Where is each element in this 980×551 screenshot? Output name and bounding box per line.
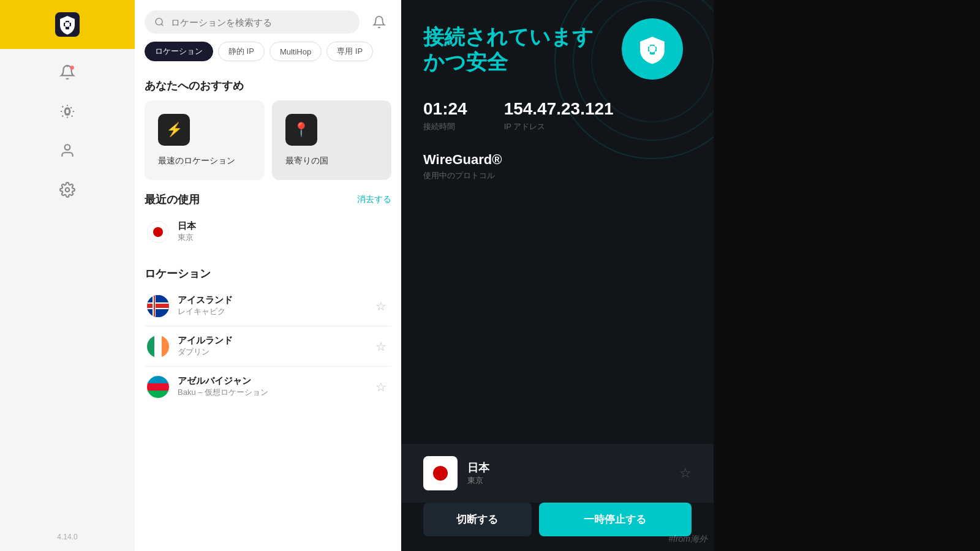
vpn-protocol: WireGuard® 使用中のプロトコル: [423, 152, 692, 181]
nearest-icon: 📍: [285, 114, 317, 146]
tab-dedicated-ip[interactable]: 専用 IP: [326, 42, 373, 61]
location-list: アイスランド レイキャビク ☆ アイルランド ダブリン ☆: [145, 288, 391, 404]
sidebar-nav: [0, 49, 135, 533]
vpn-status-title: 接続されています かつ安全: [423, 24, 595, 75]
search-icon: [154, 17, 165, 28]
recent-list: 日本 東京: [145, 214, 391, 249]
quick-cards: ⚡ 最速のロケーション 📍 最寄りの国: [145, 100, 391, 180]
location-name: アイスランド: [178, 294, 364, 306]
location-city: 東京: [178, 232, 389, 243]
list-item[interactable]: アイルランド ダブリン ☆: [145, 329, 391, 364]
sidebar-item-account[interactable]: [49, 132, 86, 169]
location-city: レイキャビク: [178, 306, 364, 317]
quick-card-fastest[interactable]: ⚡ 最速のロケーション: [145, 100, 265, 180]
vpn-panel: 接続されています かつ安全 01:24 接続時間 154.47.23.121 I…: [401, 0, 714, 551]
divider: [145, 326, 391, 326]
vpn-bottom-bar: 日本 東京 ☆: [401, 444, 714, 503]
list-item[interactable]: 日本 東京: [145, 214, 391, 249]
sidebar-item-alerts[interactable]: [49, 54, 86, 91]
locations-heading: ロケーション: [145, 266, 391, 281]
vpn-status-line2: かつ安全: [423, 50, 508, 73]
tab-locations[interactable]: ロケーション: [145, 42, 213, 61]
favorite-button[interactable]: ☆: [373, 296, 389, 316]
recent-header: 最近の使用 消去する: [145, 192, 391, 207]
location-info: アイルランド ダブリン: [178, 335, 364, 358]
search-wrapper[interactable]: [145, 10, 360, 34]
recent-heading: 最近の使用: [145, 192, 200, 207]
vpn-stats: 01:24 接続時間 154.47.23.121 IP アドレス: [423, 99, 692, 132]
connected-flag: [423, 456, 458, 490]
main-panel: ロケーション 静的 IP MultiHop 専用 IP あなたへのおすすめ ⚡ …: [135, 0, 401, 551]
quick-card-nearest[interactable]: 📍 最寄りの国: [272, 100, 392, 180]
tabs: ロケーション 静的 IP MultiHop 専用 IP: [135, 39, 401, 66]
sidebar-item-settings[interactable]: [49, 171, 86, 208]
protocol-name: WireGuard®: [423, 152, 692, 168]
search-input[interactable]: [171, 17, 350, 28]
location-name: アイルランド: [178, 335, 364, 347]
svg-point-8: [66, 188, 70, 192]
svg-line-10: [161, 24, 163, 26]
location-city: Baku – 仮想ロケーション: [178, 387, 364, 398]
vpn-stat-ip: 154.47.23.121 IP アドレス: [504, 99, 614, 132]
sidebar: 4.14.0: [0, 0, 135, 551]
ireland-flag-icon: [147, 335, 169, 358]
svg-point-5: [70, 66, 74, 70]
vpn-stat-time: 01:24 接続時間: [423, 99, 467, 132]
recommended-heading: あなたへのおすすめ: [145, 78, 391, 93]
list-item[interactable]: アゼルバイジャン Baku – 仮想ロケーション ☆: [145, 369, 391, 404]
ip-address-label: IP アドレス: [504, 121, 614, 132]
location-info: 日本 東京: [178, 220, 389, 243]
protocol-label: 使用中のプロトコル: [423, 170, 692, 181]
scroll-area: あなたへのおすすめ ⚡ 最速のロケーション 📍 最寄りの国 最近の使用 消去する: [135, 66, 401, 551]
nearest-label: 最寄りの国: [285, 156, 328, 167]
vpn-connected-info: 日本 東京: [467, 460, 669, 486]
tab-static-ip[interactable]: 静的 IP: [218, 42, 265, 61]
japan-flag-icon: [147, 221, 169, 243]
connection-time-label: 接続時間: [423, 121, 467, 132]
right-spacer: [714, 0, 980, 551]
location-info: アゼルバイジャン Baku – 仮想ロケーション: [178, 375, 364, 398]
list-item[interactable]: アイスランド レイキャビク ☆: [145, 288, 391, 323]
connected-country: 日本: [467, 460, 669, 475]
disconnect-button[interactable]: 切断する: [423, 503, 532, 536]
favorite-button[interactable]: ☆: [373, 337, 389, 356]
vpn-logo: [622, 18, 683, 80]
app-logo[interactable]: [0, 0, 135, 49]
location-info: アイスランド レイキャビク: [178, 294, 364, 317]
vpn-action-buttons: 切断する 一時停止する: [401, 503, 714, 551]
svg-point-3: [65, 22, 70, 27]
iceland-flag-icon: [147, 295, 169, 317]
svg-point-9: [156, 18, 162, 25]
divider: [145, 366, 391, 367]
ip-address-value: 154.47.23.121: [504, 99, 614, 119]
location-city: ダブリン: [178, 347, 364, 358]
clear-button[interactable]: 消去する: [357, 194, 391, 205]
connection-time-value: 01:24: [423, 99, 467, 119]
search-bar: [135, 0, 401, 39]
location-name: 日本: [178, 220, 389, 232]
location-name: アゼルバイジャン: [178, 375, 364, 387]
svg-point-13: [649, 46, 656, 53]
vpn-status-line1: 接続されています: [423, 25, 594, 48]
watermark: #from海外: [668, 534, 707, 545]
fastest-icon: ⚡: [158, 114, 190, 146]
connected-city: 東京: [467, 475, 669, 486]
svg-point-7: [65, 144, 70, 150]
notification-button[interactable]: [367, 10, 391, 34]
pause-button[interactable]: 一時停止する: [539, 503, 692, 536]
vpn-favorite-button[interactable]: ☆: [679, 465, 692, 481]
sidebar-item-bug[interactable]: [49, 93, 86, 130]
favorite-button[interactable]: ☆: [373, 377, 389, 397]
tab-multihop[interactable]: MultiHop: [270, 42, 322, 61]
fastest-label: 最速のロケーション: [158, 156, 235, 167]
app-version: 4.14.0: [57, 533, 77, 551]
azerbaijan-flag-icon: [147, 376, 169, 398]
